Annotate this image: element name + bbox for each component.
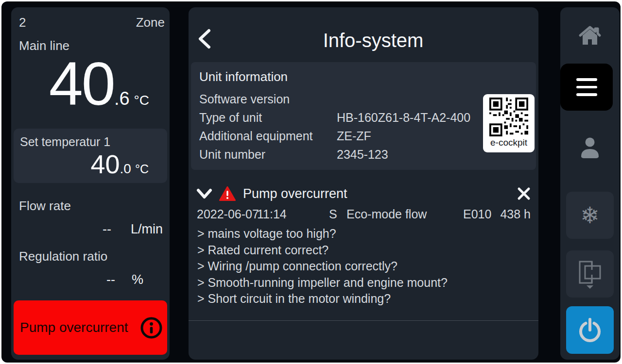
alarm-date: 2022-06-07 [197,207,259,221]
main-line-unit: °C [134,93,149,108]
sidebar-item-home[interactable] [560,7,620,64]
sidebar-item-cooling[interactable]: ❄ [566,192,614,239]
row-value: HB-160Z61-8-4T-A2-400 [337,111,470,125]
alarm-banner[interactable]: Pump overcurrent [14,300,167,355]
flow-rate-unit: L/min [131,222,163,237]
alarm-banner-label: Pump overcurrent [20,320,128,335]
set-temperature-label: Set temperatur 1 [20,135,110,149]
sidebar-item-user[interactable] [560,121,620,174]
regulation-ratio-label: Regulation ratio [19,249,107,264]
mold-module-icon [577,259,603,289]
set-temperature-unit: °C [135,162,149,176]
flow-rate-value: -- L/min [11,222,163,237]
main-line-value-int: 40 [49,55,114,113]
navigation-sidebar: ❄ [560,7,620,360]
info-row-unit-number: Unit number 2345-123 [199,148,478,166]
page-title: Info-system [208,30,538,51]
info-row-software-version: Software version [199,92,478,111]
main-line-value-dec: .6 [114,88,130,109]
checklist-item: > Short circuit in the motor winding? [197,291,448,307]
sidebar-item-power[interactable] [566,306,614,354]
qr-card-label: e-cockpit [490,137,527,148]
qr-code-icon [489,98,528,136]
section-divider [189,320,538,321]
flow-rate-label: Flow rate [19,199,71,214]
row-label: Unit number [199,148,337,162]
regulation-ratio-value: -- % [11,272,143,287]
unit-information-rows: Software version Type of unit HB-160Z61-… [199,92,478,166]
power-icon [578,317,602,343]
alarm-detail-header: Pump overcurrent [196,185,531,202]
sidebar-item-menu[interactable] [560,64,613,111]
zone-label: Zone [136,15,165,30]
alarm-source: Eco-mode flow [346,207,427,221]
set-temperature-card[interactable]: Set temperatur 1 40.0°C [14,129,167,183]
row-label: Additional equipment [199,129,337,143]
alarm-runtime-hours: 438 h [500,207,531,221]
chevron-down-icon[interactable] [196,188,212,199]
set-temperature-value-int: 40 [91,151,120,177]
checklist-item: > Rated current correct? [197,242,448,259]
row-value: ZE-ZF [337,129,371,143]
info-row-additional-equipment: Additional equipment ZE-ZF [199,129,478,148]
menu-icon [576,78,597,96]
close-icon[interactable] [517,186,531,201]
regulation-ratio-number: -- [106,272,115,287]
alarm-flag: S [329,207,337,221]
alarm-time: 11:14 [257,207,287,221]
regulation-ratio-unit: % [132,272,143,287]
warning-triangle-icon [219,186,236,201]
unit-information-section: Unit information Software version Type o… [191,62,536,170]
row-value: 2345-123 [337,148,388,162]
flow-rate-number: -- [103,222,111,237]
e-cockpit-qr-card[interactable]: e-cockpit [483,94,535,152]
device-screen: 2 Zone Main line 40.6°C Set temperatur 1… [1,1,621,363]
zone-status-panel: 2 Zone Main line 40.6°C Set temperatur 1… [11,7,170,360]
alarm-meta-row: 2022-06-07 11:14 S Eco-mode flow E010 43… [197,207,531,222]
checklist-item: > Wiring /pump connection correctly? [197,258,448,275]
set-temperature-value: 40.0°C [91,151,149,177]
unit-information-heading: Unit information [199,69,288,84]
row-label: Type of unit [199,111,337,125]
main-line-value: 40.6°C [11,55,149,113]
checklist-item: > Smooth-running impeller and engine mou… [197,275,448,291]
zone-header: 2 Zone [19,15,165,30]
checklist-item: > mains voltage too high? [197,226,448,242]
sidebar-item-module[interactable] [566,250,614,298]
info-icon[interactable] [140,316,163,339]
info-system-panel: Info-system Unit information Software ve… [189,7,538,360]
user-icon [579,136,601,159]
row-label: Software version [199,92,337,106]
home-icon [578,25,602,46]
alarm-code: E010 [463,207,491,221]
zone-number: 2 [19,15,26,30]
alarm-checklist: > mains voltage too high? > Rated curren… [197,226,448,307]
snowflake-icon: ❄ [580,202,599,229]
info-row-type-of-unit: Type of unit HB-160Z61-8-4T-A2-400 [199,111,478,129]
alarm-title: Pump overcurrent [243,186,347,201]
set-temperature-value-dec: .0 [120,161,131,177]
